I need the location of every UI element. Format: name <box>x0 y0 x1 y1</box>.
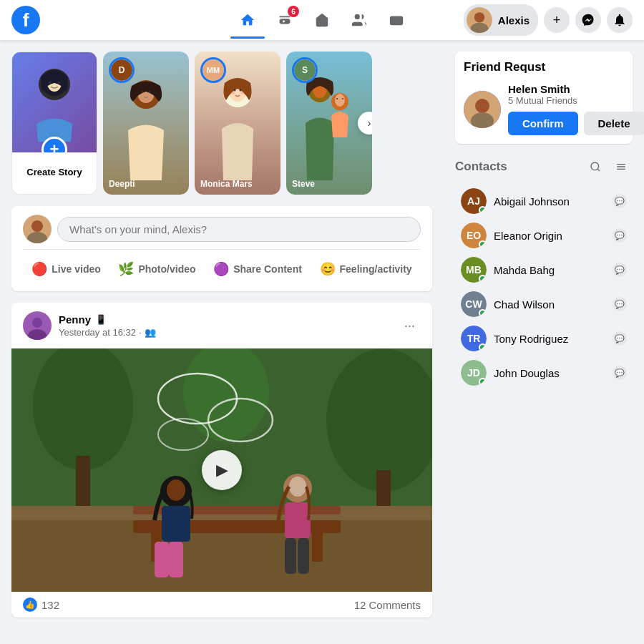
plus-icon: + <box>553 13 561 28</box>
contact-avatar-mahda: MB <box>461 257 487 283</box>
nav-center: 6 <box>230 3 414 37</box>
story-avatar-deepti: D <box>109 57 135 83</box>
contact-item-chad[interactable]: CW Chad Wilson 💬 <box>455 287 633 321</box>
audience-icon: 👥 <box>145 327 156 338</box>
friend-request-actions: Confirm Delete <box>508 112 644 135</box>
navbar: f 6 Alexis + <box>0 0 644 40</box>
svg-point-18 <box>230 92 235 94</box>
contact-name-john: John Douglas <box>494 367 605 379</box>
svg-point-3 <box>474 12 484 22</box>
contact-item-abigail[interactable]: AJ Abigail Johnson 💬 <box>455 184 633 218</box>
like-icon: 👍 <box>23 597 37 612</box>
composer-input[interactable] <box>57 217 421 242</box>
friend-request-name: Helen Smith <box>508 83 644 95</box>
contact-name-mahda: Mahda Bahg <box>494 264 605 276</box>
contacts-search-button[interactable] <box>584 155 607 178</box>
story-name-deepti: Deepti <box>109 179 183 189</box>
right-sidebar: Friend Requst Helen Smith 5 Mutual Frien… <box>444 40 644 644</box>
contacts-section: Contacts AJ Abigail Johnson 💬 <box>455 155 633 390</box>
contact-online-indicator-tony <box>479 343 487 351</box>
post-author-name: Penny 📱 <box>59 313 156 326</box>
friend-request-item: Helen Smith 5 Mutual Friends Confirm Del… <box>464 83 624 135</box>
contact-avatar-john: JD <box>461 360 487 386</box>
friend-request-avatar <box>464 91 501 128</box>
create-story-card[interactable]: + Create Story <box>11 52 97 195</box>
story-monica[interactable]: MM Monica Mars <box>195 52 280 195</box>
story-deepti[interactable]: D Deepti <box>103 52 189 195</box>
play-button[interactable]: ▶ <box>202 450 242 490</box>
post-author-details: Penny 📱 Yesterday at 16:32 · 👥 <box>59 313 156 338</box>
story-name-monica: Monica Mars <box>200 179 275 189</box>
svg-rect-1 <box>390 16 403 26</box>
contact-name-tony: Tony Rodriguez <box>494 333 605 345</box>
contact-item-mahda[interactable]: MB Mahda Bahg 💬 <box>455 253 633 287</box>
contact-avatar-abigail: AJ <box>461 188 487 214</box>
nav-video-button[interactable]: 6 <box>268 3 302 37</box>
user-profile-button[interactable]: Alexis <box>464 4 538 36</box>
story-avatar-monica: MM <box>200 57 226 83</box>
contact-message-icon: 💬 <box>613 194 627 208</box>
composer-avatar <box>23 215 52 243</box>
svg-point-60 <box>591 162 599 170</box>
nav-gaming-button[interactable] <box>379 3 414 37</box>
post-more-button[interactable]: ··· <box>399 316 421 336</box>
story-name-steve: Steve <box>292 179 366 189</box>
contact-item-tony[interactable]: TR Tony Rodriguez 💬 <box>455 321 633 356</box>
post-author-info: Penny 📱 Yesterday at 16:32 · 👥 <box>23 311 156 340</box>
photo-video-button[interactable]: 🌿 Photo/video <box>109 255 204 283</box>
svg-point-19 <box>240 92 245 94</box>
live-video-label: Live video <box>52 263 100 275</box>
post-composer: 🔴 Live video 🌿 Photo/video 🟣 Share Conte… <box>11 206 432 291</box>
confirm-button[interactable]: Confirm <box>508 112 578 135</box>
post-likes: 👍 132 <box>23 597 59 612</box>
user-name: Alexis <box>498 14 530 26</box>
share-content-icon: 🟣 <box>213 261 229 277</box>
contact-online-indicator-eleanor <box>479 240 487 248</box>
post-image: ▶ <box>11 348 432 592</box>
likes-count: 132 <box>42 599 59 611</box>
contact-message-icon-eleanor: 💬 <box>613 228 627 243</box>
friend-request-section: Friend Requst Helen Smith 5 Mutual Frien… <box>455 52 633 144</box>
photo-video-label: Photo/video <box>138 263 195 275</box>
notifications-button[interactable] <box>607 7 633 33</box>
nav-groups-button[interactable] <box>342 3 376 37</box>
contacts-title: Contacts <box>455 160 507 174</box>
svg-point-0 <box>355 14 360 19</box>
contact-avatar-chad: CW <box>461 291 487 317</box>
post-meta: Yesterday at 16:32 · 👥 <box>59 327 156 338</box>
story-steve[interactable]: S Steve › <box>286 52 372 195</box>
stories-container: + Create Story <box>11 52 432 195</box>
nav-marketplace-button[interactable] <box>305 3 339 37</box>
feeling-button[interactable]: 😊 Feeling/activity <box>311 255 421 283</box>
live-video-icon: 🔴 <box>31 261 47 277</box>
nav-home-button[interactable] <box>230 3 265 37</box>
share-content-button[interactable]: 🟣 Share Content <box>205 255 311 283</box>
contacts-more-button[interactable] <box>610 155 633 178</box>
delete-button[interactable]: Delete <box>584 112 645 135</box>
nav-right: Alexis + <box>464 4 633 36</box>
friend-request-info: Helen Smith 5 Mutual Friends Confirm Del… <box>508 83 644 135</box>
svg-point-16 <box>234 89 236 92</box>
svg-point-27 <box>31 220 43 232</box>
svg-point-12 <box>142 91 144 93</box>
contact-message-icon-john: 💬 <box>613 366 627 380</box>
svg-point-9 <box>58 82 60 84</box>
svg-point-25 <box>342 98 343 99</box>
story-avatar-steve: S <box>292 57 318 83</box>
svg-point-23 <box>335 94 345 107</box>
contact-message-icon-chad: 💬 <box>613 297 627 311</box>
contact-name-abigail: Abigail Johnson <box>494 195 605 208</box>
contact-item-john[interactable]: JD John Douglas 💬 <box>455 356 633 390</box>
messenger-button[interactable] <box>575 7 601 33</box>
contact-item-eleanor[interactable]: EO Eleanor Origin 💬 <box>455 218 633 253</box>
contact-message-icon-tony: 💬 <box>613 331 627 346</box>
post-card: Penny 📱 Yesterday at 16:32 · 👥 ··· <box>11 303 432 618</box>
live-video-button[interactable]: 🔴 Live video <box>23 255 109 283</box>
contact-online-indicator-mahda <box>479 275 487 283</box>
nav-left: f <box>11 6 40 34</box>
contact-message-icon-mahda: 💬 <box>613 263 627 277</box>
svg-point-8 <box>49 82 52 84</box>
add-button[interactable]: + <box>544 7 570 33</box>
contact-avatar-eleanor: EO <box>461 223 487 248</box>
svg-rect-63 <box>617 169 625 170</box>
